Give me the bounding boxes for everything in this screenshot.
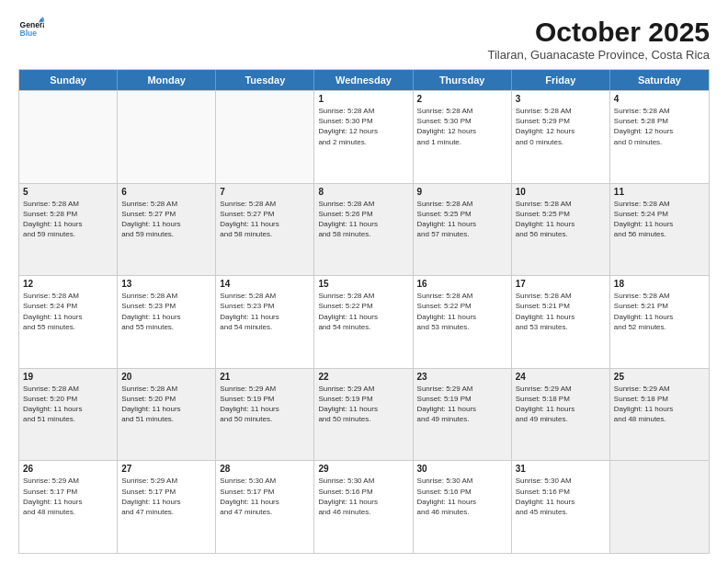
table-row: 2Sunrise: 5:28 AM Sunset: 5:30 PM Daylig…	[414, 91, 512, 183]
day-number: 16	[417, 279, 507, 289]
table-row: 27Sunrise: 5:29 AM Sunset: 5:17 PM Dayli…	[118, 461, 216, 553]
table-row: 18Sunrise: 5:28 AM Sunset: 5:21 PM Dayli…	[610, 276, 709, 368]
logo-icon: General Blue	[18, 17, 44, 42]
day-info: Sunrise: 5:28 AM Sunset: 5:24 PM Dayligh…	[23, 291, 113, 332]
day-number: 5	[23, 187, 113, 197]
table-row: 19Sunrise: 5:28 AM Sunset: 5:20 PM Dayli…	[19, 369, 118, 461]
day-number: 6	[121, 187, 211, 197]
day-info: Sunrise: 5:29 AM Sunset: 5:18 PM Dayligh…	[516, 384, 606, 425]
table-row: 28Sunrise: 5:30 AM Sunset: 5:17 PM Dayli…	[216, 461, 314, 553]
day-number: 29	[318, 464, 408, 474]
day-info: Sunrise: 5:30 AM Sunset: 5:17 PM Dayligh…	[220, 476, 310, 517]
table-row: 25Sunrise: 5:29 AM Sunset: 5:18 PM Dayli…	[610, 369, 709, 461]
day-info: Sunrise: 5:29 AM Sunset: 5:19 PM Dayligh…	[318, 384, 408, 425]
day-header-tuesday: Tuesday	[216, 70, 314, 90]
day-number: 18	[614, 279, 705, 289]
table-row: 30Sunrise: 5:30 AM Sunset: 5:16 PM Dayli…	[414, 461, 512, 553]
day-info: Sunrise: 5:29 AM Sunset: 5:18 PM Dayligh…	[614, 384, 705, 425]
week-row-2: 5Sunrise: 5:28 AM Sunset: 5:28 PM Daylig…	[19, 183, 709, 276]
day-info: Sunrise: 5:28 AM Sunset: 5:28 PM Dayligh…	[614, 106, 705, 147]
table-row	[19, 91, 118, 183]
table-row: 5Sunrise: 5:28 AM Sunset: 5:28 PM Daylig…	[19, 184, 118, 276]
day-info: Sunrise: 5:28 AM Sunset: 5:25 PM Dayligh…	[417, 199, 507, 240]
day-info: Sunrise: 5:29 AM Sunset: 5:17 PM Dayligh…	[121, 476, 211, 517]
table-row: 21Sunrise: 5:29 AM Sunset: 5:19 PM Dayli…	[216, 369, 314, 461]
day-info: Sunrise: 5:29 AM Sunset: 5:19 PM Dayligh…	[417, 384, 507, 425]
day-header-sunday: Sunday	[19, 70, 118, 90]
day-number: 17	[516, 279, 606, 289]
day-info: Sunrise: 5:28 AM Sunset: 5:20 PM Dayligh…	[23, 384, 113, 425]
day-info: Sunrise: 5:28 AM Sunset: 5:29 PM Dayligh…	[516, 106, 606, 147]
svg-text:Blue: Blue	[20, 29, 38, 38]
subtitle: Tilaran, Guanacaste Province, Costa Rica	[487, 48, 710, 62]
table-row	[216, 91, 314, 183]
day-number: 21	[220, 372, 310, 382]
day-info: Sunrise: 5:30 AM Sunset: 5:16 PM Dayligh…	[318, 476, 408, 517]
day-info: Sunrise: 5:28 AM Sunset: 5:21 PM Dayligh…	[614, 291, 705, 332]
day-info: Sunrise: 5:28 AM Sunset: 5:30 PM Dayligh…	[318, 106, 408, 147]
day-info: Sunrise: 5:28 AM Sunset: 5:21 PM Dayligh…	[516, 291, 606, 332]
day-info: Sunrise: 5:28 AM Sunset: 5:23 PM Dayligh…	[220, 291, 310, 332]
table-row: 13Sunrise: 5:28 AM Sunset: 5:23 PM Dayli…	[118, 276, 216, 368]
table-row: 29Sunrise: 5:30 AM Sunset: 5:16 PM Dayli…	[314, 461, 413, 553]
day-header-thursday: Thursday	[414, 70, 512, 90]
day-header-friday: Friday	[512, 70, 610, 90]
table-row: 17Sunrise: 5:28 AM Sunset: 5:21 PM Dayli…	[512, 276, 610, 368]
day-info: Sunrise: 5:28 AM Sunset: 5:24 PM Dayligh…	[614, 199, 705, 240]
day-info: Sunrise: 5:28 AM Sunset: 5:25 PM Dayligh…	[516, 199, 606, 240]
day-number: 13	[121, 279, 211, 289]
day-number: 23	[417, 372, 507, 382]
page: General Blue October 2025 Tilaran, Guana…	[0, 0, 728, 563]
table-row: 3Sunrise: 5:28 AM Sunset: 5:29 PM Daylig…	[512, 91, 610, 183]
week-row-1: 1Sunrise: 5:28 AM Sunset: 5:30 PM Daylig…	[19, 90, 709, 183]
day-info: Sunrise: 5:28 AM Sunset: 5:27 PM Dayligh…	[121, 199, 211, 240]
day-info: Sunrise: 5:28 AM Sunset: 5:22 PM Dayligh…	[318, 291, 408, 332]
table-row: 11Sunrise: 5:28 AM Sunset: 5:24 PM Dayli…	[610, 184, 709, 276]
day-info: Sunrise: 5:28 AM Sunset: 5:27 PM Dayligh…	[220, 199, 310, 240]
table-row: 8Sunrise: 5:28 AM Sunset: 5:26 PM Daylig…	[314, 184, 413, 276]
table-row: 31Sunrise: 5:30 AM Sunset: 5:16 PM Dayli…	[512, 461, 610, 553]
day-info: Sunrise: 5:28 AM Sunset: 5:22 PM Dayligh…	[417, 291, 507, 332]
week-row-3: 12Sunrise: 5:28 AM Sunset: 5:24 PM Dayli…	[19, 275, 709, 368]
day-header-monday: Monday	[118, 70, 216, 90]
calendar: SundayMondayTuesdayWednesdayThursdayFrid…	[18, 69, 710, 554]
table-row: 7Sunrise: 5:28 AM Sunset: 5:27 PM Daylig…	[216, 184, 314, 276]
table-row: 20Sunrise: 5:28 AM Sunset: 5:20 PM Dayli…	[118, 369, 216, 461]
table-row: 10Sunrise: 5:28 AM Sunset: 5:25 PM Dayli…	[512, 184, 610, 276]
svg-marker-3	[40, 17, 44, 21]
table-row: 6Sunrise: 5:28 AM Sunset: 5:27 PM Daylig…	[118, 184, 216, 276]
table-row: 23Sunrise: 5:29 AM Sunset: 5:19 PM Dayli…	[414, 369, 512, 461]
week-row-4: 19Sunrise: 5:28 AM Sunset: 5:20 PM Dayli…	[19, 368, 709, 461]
calendar-body: 1Sunrise: 5:28 AM Sunset: 5:30 PM Daylig…	[19, 90, 709, 553]
day-number: 31	[516, 464, 606, 474]
day-info: Sunrise: 5:29 AM Sunset: 5:17 PM Dayligh…	[23, 476, 113, 517]
table-row: 15Sunrise: 5:28 AM Sunset: 5:22 PM Dayli…	[314, 276, 413, 368]
table-row: 16Sunrise: 5:28 AM Sunset: 5:22 PM Dayli…	[414, 276, 512, 368]
calendar-header-row: SundayMondayTuesdayWednesdayThursdayFrid…	[19, 70, 709, 90]
week-row-5: 26Sunrise: 5:29 AM Sunset: 5:17 PM Dayli…	[19, 460, 709, 553]
day-number: 15	[318, 279, 408, 289]
table-row: 22Sunrise: 5:29 AM Sunset: 5:19 PM Dayli…	[314, 369, 413, 461]
day-header-saturday: Saturday	[610, 70, 709, 90]
table-row: 26Sunrise: 5:29 AM Sunset: 5:17 PM Dayli…	[19, 461, 118, 553]
table-row: 9Sunrise: 5:28 AM Sunset: 5:25 PM Daylig…	[414, 184, 512, 276]
header: General Blue October 2025 Tilaran, Guana…	[18, 17, 710, 62]
day-number: 4	[614, 94, 705, 104]
table-row	[610, 461, 709, 553]
day-number: 3	[516, 94, 606, 104]
logo: General Blue	[18, 17, 44, 42]
day-number: 22	[318, 372, 408, 382]
day-header-wednesday: Wednesday	[314, 70, 413, 90]
day-number: 19	[23, 372, 113, 382]
table-row: 12Sunrise: 5:28 AM Sunset: 5:24 PM Dayli…	[19, 276, 118, 368]
table-row: 1Sunrise: 5:28 AM Sunset: 5:30 PM Daylig…	[314, 91, 413, 183]
day-number: 2	[417, 94, 507, 104]
day-info: Sunrise: 5:28 AM Sunset: 5:26 PM Dayligh…	[318, 199, 408, 240]
day-number: 25	[614, 372, 705, 382]
day-number: 20	[121, 372, 211, 382]
day-number: 24	[516, 372, 606, 382]
month-title: October 2025	[487, 17, 710, 48]
day-info: Sunrise: 5:30 AM Sunset: 5:16 PM Dayligh…	[417, 476, 507, 517]
day-number: 9	[417, 187, 507, 197]
day-number: 12	[23, 279, 113, 289]
